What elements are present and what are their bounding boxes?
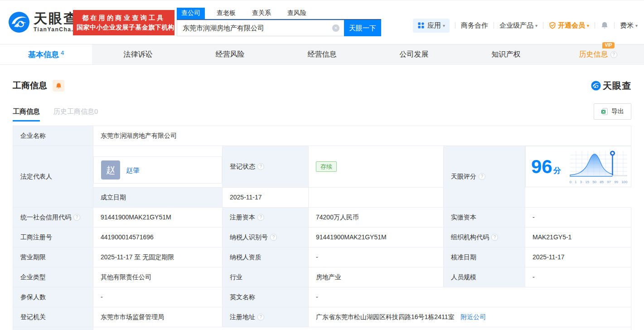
section-title: 工商信息 — [13, 80, 47, 92]
search-button[interactable]: 天眼一下 — [344, 20, 381, 36]
table-row: 登记机关 东莞市市场监督管理局 注册地址 广东省东莞市松山湖园区科技四路16号1… — [13, 307, 631, 327]
divider — [595, 22, 595, 29]
nav-enterprise-label: 企业级产品 — [499, 21, 533, 30]
search-tabs: 查公司 查老板 查关系 查风险 — [177, 8, 381, 20]
field-label: 实缴资本 — [444, 207, 525, 227]
site-header: 天眼查 TianYanCha.com 都在用的商业查询工具 国家中小企业发展子基… — [0, 0, 644, 44]
tab-history-info-label: 历史信息 — [579, 50, 608, 59]
tab-basic-info-count: 4 — [61, 49, 64, 56]
business-info-table: 企业名称 东莞市润湖房地产有限公司 法定代表人 赵 赵肇 登记状态 存续 天眼评… — [13, 126, 631, 330]
help-icon[interactable] — [491, 234, 498, 241]
nav-cooperation[interactable]: 商务合作 — [461, 21, 488, 30]
field-label: 登记机关 — [13, 307, 93, 327]
subtab-business-info[interactable]: 工商信息 — [13, 107, 40, 121]
english-name-value: - — [309, 287, 631, 307]
nav-enterprise-products[interactable]: 企业级产品 ▾ — [499, 21, 537, 30]
registered-address-value: 广东省东莞市松山湖园区科技四路16号1栋2411室 — [316, 313, 454, 320]
score-distribution-chart: 01 315 5085 9799 100 — [569, 149, 628, 184]
company-tabbar: 基本信息 4 法律诉讼 经营风险 经营信息 公司发展 知识产权 历史信息 VIP — [0, 44, 644, 65]
bell-icon — [55, 82, 62, 89]
tianyancha-logo-icon — [591, 81, 601, 91]
field-label: 英文名称 — [223, 287, 309, 307]
chevron-down-icon: ▾ — [587, 23, 589, 28]
legal-representative-link[interactable]: 赵肇 — [126, 166, 140, 175]
apps-grid-icon — [417, 22, 425, 29]
divider — [455, 22, 455, 29]
excel-icon — [601, 108, 608, 115]
score-axis-ticks: 01 315 5085 9799 100 — [569, 180, 628, 184]
watermark-text: 天眼查 — [603, 80, 631, 92]
chevron-down-icon: ▾ — [443, 23, 445, 28]
table-row: 企业类型 其他有限责任公司 行业 房地产业 人员规模 - — [13, 267, 631, 287]
field-label: 天眼评分 — [444, 146, 525, 208]
main-content: 工商信息 天眼查 工商信息 历史工商信息0 导出 企业名称 东莞市润湖房地产有限… — [0, 79, 644, 330]
status-badge: 存续 — [316, 161, 337, 172]
divider — [543, 22, 543, 29]
help-icon[interactable] — [73, 214, 80, 221]
field-label: 统一社会信用代码 — [13, 207, 93, 227]
username: 费米 — [620, 21, 634, 30]
field-label: 注册地址 — [223, 307, 309, 327]
notifications-bell-icon[interactable] — [600, 21, 609, 29]
tab-company-development[interactable]: 公司发展 — [368, 44, 460, 64]
tianyancha-logo-icon — [8, 11, 30, 33]
promo-banner: 都在用的商业查询工具 国家中小企业发展子基金旗下机构 — [73, 10, 174, 35]
watermark-logo: 天眼查 — [591, 80, 631, 92]
registered-address-cell: 广东省东莞市松山湖园区科技四路16号1栋2411室 附近公司 — [309, 307, 631, 327]
help-icon[interactable] — [610, 51, 617, 58]
help-icon[interactable] — [479, 173, 485, 180]
help-icon[interactable] — [270, 234, 277, 241]
paidin-capital-value: - — [525, 207, 631, 227]
score-label: 天眼评分 — [451, 172, 476, 181]
table-row: 法定代表人 赵 赵肇 登记状态 存续 天眼评分 96 分 — [13, 146, 631, 188]
field-label: 核准日期 — [444, 247, 525, 267]
business-term-value: 2025-11-17 至 无固定期限 — [93, 247, 223, 267]
help-icon[interactable] — [257, 314, 264, 320]
staff-size-value: - — [525, 267, 631, 287]
help-icon[interactable] — [257, 163, 264, 170]
search-tab-company[interactable]: 查公司 — [177, 8, 205, 19]
subtab-history-business-info[interactable]: 历史工商信息0 — [53, 107, 98, 121]
tab-history-info[interactable]: 历史信息 VIP — [552, 44, 644, 64]
divider — [494, 22, 494, 29]
nav-open-vip[interactable]: 开通会员 ▾ — [549, 21, 589, 30]
field-label: 营业期限 — [13, 247, 93, 267]
search-area: 查公司 查老板 查关系 查风险 天眼一下 — [177, 8, 381, 36]
bell-icon — [600, 21, 609, 29]
divider — [614, 22, 615, 29]
table-row: 统一社会信用代码 91441900MAK21GY51M 注册资本 74200万人… — [13, 207, 631, 227]
search-input[interactable] — [177, 20, 344, 36]
subscribe-bell-button[interactable] — [53, 80, 64, 92]
tab-business-risk[interactable]: 经营风险 — [184, 44, 276, 64]
field-label: 法定代表人 — [13, 146, 93, 208]
business-scope-value: 许可项目：房地产开发经营。（依法须经批准的项目，经相关部门批准后方可开展经营活动… — [93, 327, 631, 330]
avatar[interactable]: 赵 — [101, 160, 120, 180]
tab-intellectual-property[interactable]: 知识产权 — [460, 44, 552, 64]
tab-basic-info[interactable]: 基本信息 4 — [0, 44, 92, 64]
promo-line2: 国家中小企业发展子基金旗下机构 — [77, 23, 171, 32]
tab-legal-lawsuits[interactable]: 法律诉讼 — [92, 44, 184, 64]
tianyan-score-cell: 96 分 — [525, 146, 631, 187]
registration-authority-value: 东莞市市场监督管理局 — [93, 307, 223, 327]
search-tab-relation[interactable]: 查关系 — [247, 8, 276, 19]
registration-status-value: 存续 — [309, 146, 444, 188]
search-tab-boss[interactable]: 查老板 — [212, 8, 240, 19]
crown-icon — [549, 22, 556, 29]
nearby-companies-link[interactable]: 附近公司 — [460, 313, 486, 320]
table-row: 经营范围 许可项目：房地产开发经营。（依法须经批准的项目，经相关部门批准后方可开… — [13, 327, 631, 330]
field-label: 企业类型 — [13, 267, 93, 287]
field-label: 纳税人识别号 — [223, 227, 309, 247]
legal-representative-cell: 赵 赵肇 — [93, 156, 222, 184]
apps-menu-button[interactable]: 应用 ▾ — [413, 19, 450, 33]
search-tab-risk[interactable]: 查风险 — [283, 8, 311, 19]
clear-search-icon[interactable] — [332, 24, 339, 32]
registered-capital-value: 74200万人民币 — [309, 207, 444, 227]
nav-vip-label: 开通会员 — [558, 21, 585, 30]
help-icon[interactable] — [257, 214, 264, 221]
field-label: 企业名称 — [13, 126, 93, 146]
table-row: 参保人数 - 英文名称 - — [13, 287, 631, 307]
nav-user-menu[interactable]: 费米 ▾ — [620, 21, 638, 30]
company-name-value: 东莞市润湖房地产有限公司 — [93, 126, 631, 146]
export-button[interactable]: 导出 — [594, 103, 631, 120]
tab-business-info[interactable]: 经营信息 — [276, 44, 368, 64]
